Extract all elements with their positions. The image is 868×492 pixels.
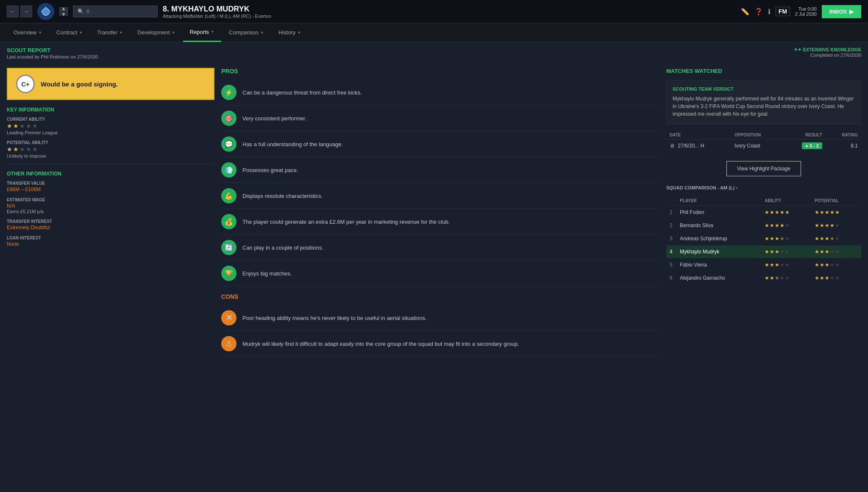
loan-interest-value: None xyxy=(7,241,214,247)
help-icon[interactable]: ❓ xyxy=(754,8,763,16)
chevron-icon: ▼ xyxy=(260,31,264,35)
squad-potential-4: ★★★★★ xyxy=(811,245,861,259)
left-panel: C+ Would be a good signing. KEY INFORMAT… xyxy=(7,68,214,357)
squad-col-rank xyxy=(666,196,676,206)
con-icon-1: ✕ xyxy=(221,310,236,325)
pros-title: PROS xyxy=(221,68,659,75)
squad-rank-6: 6 xyxy=(666,272,676,285)
col-opposition: OPPOSITION xyxy=(731,131,783,139)
chevron-icon: ▼ xyxy=(211,30,214,34)
pro-item-8: 🏆 Enjoys big matches. xyxy=(221,261,659,286)
estimated-wage-label: ESTIMATED WAGE xyxy=(7,197,214,202)
estimated-wage-value: N/A xyxy=(7,203,214,209)
current-ability-sub: Leading Premier League xyxy=(7,130,214,135)
pro-item-7: 🔄 Can play in a couple of positions. xyxy=(221,235,659,261)
squad-ability-3: ★★★★★ xyxy=(761,232,811,245)
tab-comparison[interactable]: Comparison ▼ xyxy=(222,23,271,42)
question-circle-icon[interactable]: ℹ xyxy=(768,8,771,16)
verdict-title: SCOUTING TEAM VERDICT xyxy=(673,86,855,92)
potential-ability-row: POTENTIAL ABILITY ★ ★ ★ ★ ★ Unlikely to … xyxy=(7,140,214,158)
squad-potential-2: ★★★★★ xyxy=(811,219,861,232)
squad-rank-1: 1 xyxy=(666,206,676,219)
chevron-icon: ▼ xyxy=(79,31,83,35)
verdict-text: Mykhaylo Mudryk generally performed well… xyxy=(673,95,855,118)
cons-title: CONS xyxy=(221,293,659,300)
star-4: ★ xyxy=(26,122,31,129)
chevron-icon: ▼ xyxy=(172,31,175,35)
pro-item-6: 💰 The player could generate an extra £2.… xyxy=(221,209,659,235)
top-bar: ← → ▲▼ 🔍 8. 8. MYKHAYLO MUDRYK Attacking… xyxy=(0,0,868,23)
inbox-label: INBOX xyxy=(829,8,847,15)
current-ability-row: CURRENT ABILITY ★ ★ ★ ★ ★ Leading Premie… xyxy=(7,117,214,135)
estimated-wage-row: ESTIMATED WAGE N/A Earns £5.21M p/a xyxy=(7,197,214,214)
star-3: ★ xyxy=(19,122,25,129)
tab-development[interactable]: Development ▼ xyxy=(131,23,182,42)
star-1: ★ xyxy=(7,122,12,129)
edit-icon[interactable]: ✏️ xyxy=(741,8,749,16)
knowledge-date: Completed on 27/6/2030 xyxy=(794,53,861,58)
matches-watched-title: MATCHES WATCHED xyxy=(666,68,861,74)
star-4: ★ xyxy=(26,146,31,153)
squad-potential-3: ★★★★★ xyxy=(811,232,861,245)
tab-overview[interactable]: Overview ▼ xyxy=(7,23,49,42)
match-rating: 8.1 xyxy=(826,139,861,153)
tab-transfer[interactable]: Transfer ▼ xyxy=(90,23,130,42)
search-icon: 🔍 xyxy=(78,8,84,14)
con-item-2: ⚠ Mudryk will likely find it difficult t… xyxy=(221,331,659,357)
pro-item-1: ⚡ Can be a dangerous threat from direct … xyxy=(221,80,659,106)
right-panel: MATCHES WATCHED SCOUTING TEAM VERDICT My… xyxy=(666,68,861,357)
pros-list: ⚡ Can be a dangerous threat from direct … xyxy=(221,80,659,286)
con-text-2: Mudryk will likely find it difficult to … xyxy=(242,341,519,347)
pro-text-3: Has a full understanding of the language… xyxy=(242,141,343,147)
squad-col-player: PLAYER xyxy=(676,196,761,206)
pro-item-2: 🎯 Very consistent performer. xyxy=(221,106,659,131)
pro-text-8: Enjoys big matches. xyxy=(242,270,292,277)
club-badge xyxy=(37,3,54,20)
pro-text-6: The player could generate an extra £2.6M… xyxy=(242,219,450,225)
monitor-icon: 🖥 xyxy=(670,143,675,149)
dropdown-arrow[interactable]: ▲▼ xyxy=(59,7,68,16)
match-result: ● 3 - 2 xyxy=(783,139,826,153)
squad-player-2: Bernardo Silva xyxy=(676,219,761,232)
player-number: 8. xyxy=(86,8,91,14)
pro-item-4: 💨 Possesses great pace. xyxy=(221,157,659,183)
tab-history[interactable]: History ▼ xyxy=(272,23,308,42)
knowledge-block: ✦✦ EXTENSIVE KNOWLEDGE Completed on 27/6… xyxy=(794,47,861,58)
tab-contract[interactable]: Contract ▼ xyxy=(50,23,89,42)
squad-row-4: 4 Mykhaylo Mudryk ★★★★★ ★★★★★ xyxy=(666,245,861,259)
squad-row-2: 2 Bernardo Silva ★★★★★ ★★★★★ xyxy=(666,219,861,232)
view-highlight-button[interactable]: View Highlight Package xyxy=(726,161,801,176)
forward-button[interactable]: → xyxy=(20,6,32,17)
date-time: Tue 0:00 xyxy=(795,6,817,11)
potential-ability-stars: ★ ★ ★ ★ ★ xyxy=(7,146,214,153)
squad-ability-5: ★★★★★ xyxy=(761,259,811,272)
nav-arrows[interactable]: ← → xyxy=(7,6,32,17)
star-5: ★ xyxy=(32,146,38,153)
pro-icon-2: 🎯 xyxy=(221,111,236,126)
star-2: ★ xyxy=(13,122,19,129)
squad-potential-5: ★★★★★ xyxy=(811,259,861,272)
current-ability-label: CURRENT ABILITY xyxy=(7,117,214,122)
search-bar[interactable]: 🔍 8. xyxy=(73,6,158,17)
scout-report-title: SCOUT REPORT xyxy=(7,47,861,53)
col-result: RESULT xyxy=(783,131,826,139)
col-rating: RATING xyxy=(826,131,861,139)
squad-player-4: Mykhaylo Mudryk xyxy=(676,245,761,259)
inbox-button[interactable]: INBOX ▶ xyxy=(822,5,861,18)
key-information-title: KEY INFORMATION xyxy=(7,107,214,113)
squad-rank-3: 3 xyxy=(666,232,676,245)
tab-reports[interactable]: Reports ▼ xyxy=(183,23,221,42)
potential-ability-label: POTENTIAL ABILITY xyxy=(7,140,214,145)
verdict-box: SCOUTING TEAM VERDICT Mykhaylo Mudryk ge… xyxy=(666,80,861,124)
match-row-1: 🖥 27/6/20... H Ivory Coast ● 3 - 2 8.1 xyxy=(666,139,861,153)
transfer-interest-row: TRANSFER INTEREST Extremely Doubtful xyxy=(7,219,214,231)
squad-title-text: SQUAD COMPARISON - AM (L) xyxy=(666,185,734,190)
squad-comparison-title[interactable]: SQUAD COMPARISON - AM (L) › xyxy=(666,185,861,191)
back-button[interactable]: ← xyxy=(7,6,19,17)
grade-text: Would be a good signing. xyxy=(41,81,118,88)
star-5: ★ xyxy=(32,122,38,129)
loan-interest-label: LOAN INTEREST xyxy=(7,236,214,240)
squad-ability-1: ★★★★★ xyxy=(761,206,811,219)
pro-text-5: Displays resolute characteristics. xyxy=(242,193,323,199)
con-item-1: ✕ Poor heading ability means he's never … xyxy=(221,305,659,331)
